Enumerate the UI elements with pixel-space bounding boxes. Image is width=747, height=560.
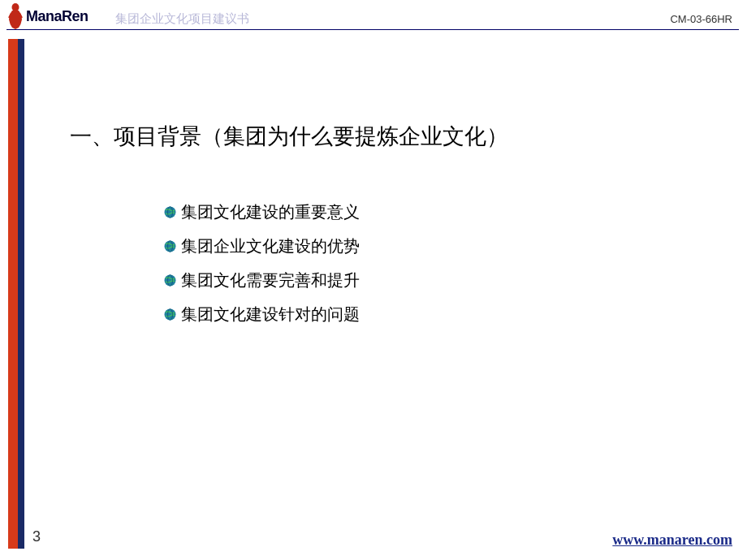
svg-point-1 [165,207,176,218]
list-item-text: 集团文化需要完善和提升 [181,269,360,291]
list-item: 集团文化建设针对的问题 [164,304,360,325]
section-heading: 一、项目背景（集团为什么要提炼企业文化） [70,122,508,151]
logo-figure-icon [6,2,24,31]
header-divider [6,29,739,30]
globe-bullet-icon [164,274,176,286]
logo: ManaRen [6,2,89,31]
list-item: 集团文化建设的重要意义 [164,201,360,223]
footer-url: www.manaren.com [612,532,732,549]
left-bar-blue [18,39,24,549]
logo-text: ManaRen [26,8,89,25]
globe-bullet-icon [164,240,176,252]
globe-bullet-icon [164,206,176,218]
svg-point-0 [12,3,19,11]
list-item-text: 集团企业文化建设的优势 [181,235,360,257]
slide-header: ManaRen 集团企业文化项目建议书 CM-03-66HR [0,0,747,34]
list-item: 集团企业文化建设的优势 [164,235,360,257]
document-code: CM-03-66HR [670,13,732,25]
svg-point-5 [165,275,176,286]
list-item-text: 集团文化建设针对的问题 [181,304,360,325]
list-item: 集团文化需要完善和提升 [164,269,360,291]
svg-point-3 [165,241,176,252]
document-title: 集团企业文化项目建议书 [115,11,249,27]
bullet-list: 集团文化建设的重要意义 集团企业文化建设的优势 集团文化需要完善和提升 集团文化… [164,201,360,338]
page-number: 3 [32,528,41,545]
globe-bullet-icon [164,308,176,321]
left-accent-bar [8,39,26,549]
list-item-text: 集团文化建设的重要意义 [181,201,360,223]
svg-point-7 [165,309,176,321]
